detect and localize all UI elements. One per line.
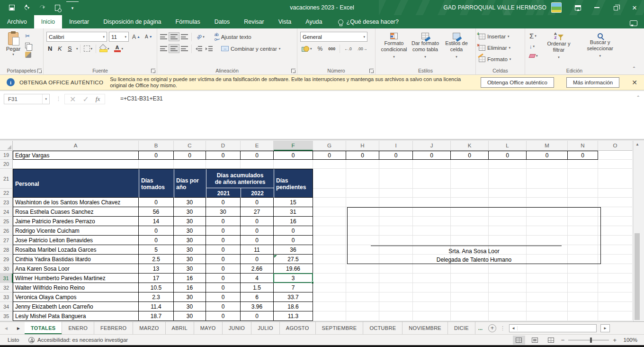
cell-G34[interactable] [313,302,346,311]
cell-J22[interactable] [413,189,451,198]
fill-button[interactable]: ↓▾ [528,43,539,50]
cell-C31[interactable]: 16 [174,274,206,283]
font-name-combo[interactable]: Calibri▾ [46,32,107,42]
bold-button[interactable]: N [46,44,54,53]
cell-C27[interactable]: 30 [174,236,206,245]
cell-E32[interactable]: 1.5 [241,283,274,292]
view-page-layout-button[interactable] [529,336,541,345]
cell-C33[interactable]: 30 [174,292,206,302]
cell-O28[interactable] [598,245,633,255]
cell-J19[interactable]: 0 [413,151,451,160]
insert-cells-button[interactable]: Insertar ▾ [479,31,523,42]
fill-color-button[interactable]: ▾ [98,44,111,53]
cell-A23[interactable]: Washinton de los Santos Morales Chavez [13,198,139,207]
name-box[interactable]: F31 ▾ [4,94,50,104]
merge-center-button[interactable]: ↔ Combinar y centrar ▾ [220,45,282,53]
cell-A19[interactable]: Edgar Vargas [13,151,139,160]
cell-D24[interactable]: 30 [206,207,241,217]
cell-L35[interactable] [489,311,527,321]
sheet-tab-enero[interactable]: ENERO [62,322,94,334]
cell-M35[interactable] [527,311,568,321]
conditional-formatting-button[interactable]: Formato condicional ▾ [378,31,410,60]
cell-I33[interactable] [379,292,413,302]
cell-O19[interactable] [598,151,633,160]
get-office-button[interactable]: Obtenga Office auténtico [481,77,554,88]
cell-D26[interactable]: 0 [206,226,241,236]
cell-B24[interactable]: 56 [139,207,174,217]
decrease-decimal-button[interactable]: .00→ [356,46,368,52]
cell-G32[interactable] [313,283,346,292]
header-cell-dias-por-ano[interactable]: Días poraño [174,169,206,198]
align-middle-icon[interactable] [170,34,178,39]
header-cell-dias-pendientes[interactable]: Díaspendientes [274,169,313,198]
cell-L33[interactable] [489,292,527,302]
align-left-icon[interactable] [160,46,167,51]
format-as-table-button[interactable]: Dar formato como tabla ▾ [410,31,441,60]
align-bottom-icon[interactable] [181,34,188,39]
view-normal-button[interactable] [513,336,525,345]
cell-M32[interactable] [527,283,568,292]
cell-E24[interactable]: 27 [241,207,274,217]
collapse-ribbon-icon[interactable]: ⌃ [630,66,638,73]
zoom-level[interactable]: 100% [620,337,637,343]
accessibility-status[interactable]: Accesibilidad: es necesario investigar [28,337,128,343]
close-warning-icon[interactable]: ✕ [632,79,637,86]
formula-bar-grip[interactable]: ⋮ [56,96,61,102]
avatar[interactable] [551,2,562,13]
cell-I21[interactable] [379,169,413,189]
accounting-format-button[interactable]: ▾ [300,45,313,53]
cell-K21[interactable] [451,169,489,189]
cell-L23[interactable] [489,198,527,207]
cell-D32[interactable]: 0 [206,283,241,292]
cell-N21[interactable] [568,169,598,189]
cell-C29[interactable]: 30 [174,255,206,264]
cell-D27[interactable]: 0 [206,236,241,245]
cell-N23[interactable] [568,198,598,207]
zoom-slider[interactable] [568,340,609,340]
close-button[interactable]: × [625,0,644,15]
increase-decimal-button[interactable]: ←.0 [343,46,353,52]
cell-I19[interactable]: 0 [379,151,413,160]
cell-H33[interactable] [346,292,379,302]
cell-G24[interactable] [313,207,346,217]
column-header-F[interactable]: F [274,141,313,151]
cell-A27[interactable]: Jose Patricio Leiton Benavides [13,236,139,245]
zoom-out-button[interactable]: − [561,337,565,344]
cell-B30[interactable]: 13 [139,264,174,274]
wrap-text-button[interactable]: abc↩ Ajustar texto [213,31,253,43]
clear-button[interactable]: ▾ [528,53,539,59]
cell-K30[interactable] [451,264,489,274]
cell-E28[interactable]: 11 [241,245,274,255]
menu-tab-archivo[interactable]: Archivo [0,15,34,28]
font-color-button[interactable]: A▾ [113,44,125,53]
cell-H23[interactable] [346,198,379,207]
cell-I31[interactable] [379,274,413,283]
select-all-corner[interactable] [0,141,13,151]
cell-O32[interactable] [598,283,633,292]
cell-D29[interactable]: 0 [206,255,241,264]
cell-A35[interactable]: Lesly Mishel Pata Banguera [13,311,139,321]
menu-tab-vista[interactable]: Vista [271,15,299,28]
row-header-28[interactable]: 28 [0,245,13,255]
cell-D20[interactable] [206,160,241,169]
sheet-tab-noviembre[interactable]: NOVIEMBRE [402,322,448,334]
cell-M23[interactable] [527,198,568,207]
sort-filter-button[interactable]: AZ Ordenar y filtrar ▾ [542,31,576,60]
cell-K32[interactable] [451,283,489,292]
redo-button[interactable]: ▾ [36,1,48,14]
sheet-tab-febrero[interactable]: FEBRERO [94,322,133,334]
cell-O23[interactable] [598,198,633,207]
cell-H21[interactable] [346,169,379,189]
percent-button[interactable]: % [316,45,324,53]
column-header-H[interactable]: H [346,141,379,151]
cell-E31[interactable]: 4 [241,274,274,283]
comment-icon[interactable] [630,20,637,26]
sheet-tab-marzo[interactable]: MARZO [133,322,165,334]
align-right-icon[interactable] [181,46,188,51]
cell-J21[interactable] [413,169,451,189]
cell-E26[interactable]: 0 [241,226,274,236]
cell-B33[interactable]: 2.3 [139,292,174,302]
cell-A31[interactable]: Wilmer Humberto Paredes Martinez [13,274,139,283]
cell-O26[interactable] [598,226,633,236]
cell-A30[interactable]: Ana Karen Sosa Loor [13,264,139,274]
